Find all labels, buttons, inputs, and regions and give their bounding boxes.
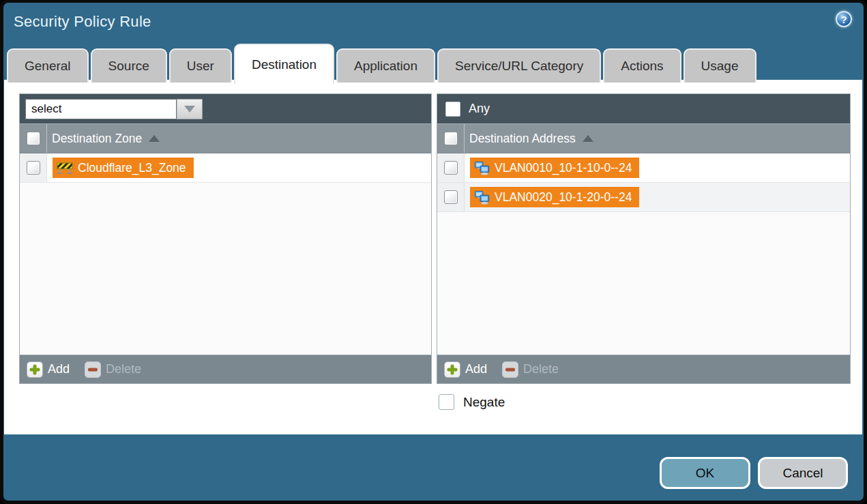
help-icon[interactable]: ?	[836, 11, 852, 27]
tab-usage[interactable]: Usage	[684, 48, 756, 83]
add-plus-icon	[27, 361, 43, 378]
tab-bar: General Source User Destination Applicat…	[7, 42, 756, 83]
address-row-checkbox[interactable]	[444, 190, 458, 204]
zone-icon	[57, 161, 73, 175]
delete-minus-icon	[502, 361, 518, 378]
address-row-checkbox[interactable]	[444, 161, 458, 175]
destination-zone-panel: select Destination Zone	[19, 93, 432, 384]
zone-type-select-arrow[interactable]	[177, 99, 203, 119]
sort-ascending-icon	[149, 135, 160, 142]
address-table-body: VLAN0010_10-1-10-0--24	[437, 153, 850, 355]
any-checkbox[interactable]	[445, 102, 460, 117]
zone-select-all-checkbox[interactable]	[27, 132, 40, 145]
zone-table-body: Cloudflare_L3_Zone	[20, 153, 431, 355]
add-plus-icon	[444, 361, 460, 378]
address-icon	[474, 190, 490, 205]
zone-item-label: Cloudflare_L3_Zone	[78, 161, 186, 175]
tab-service-url-category[interactable]: Service/URL Category	[437, 48, 601, 83]
dialog-title: Security Policy Rule	[14, 13, 151, 31]
ok-button[interactable]: OK	[660, 457, 750, 489]
address-item[interactable]: VLAN0010_10-1-10-0--24	[470, 158, 639, 178]
address-select-all-checkbox[interactable]	[444, 132, 458, 145]
zone-toolbar: Add Delete	[20, 355, 431, 383]
address-toolbar: Add Delete	[437, 355, 850, 383]
tab-source[interactable]: Source	[91, 48, 167, 83]
address-any-bar: Any	[437, 94, 850, 123]
destination-address-panel: Any Destination Address	[437, 93, 851, 384]
address-item[interactable]: VLAN0020_10-1-20-0--24	[470, 187, 639, 207]
address-table-header: Destination Address	[437, 123, 850, 153]
sort-ascending-icon	[583, 135, 593, 142]
chevron-down-icon	[184, 106, 195, 113]
negate-checkbox[interactable]	[439, 394, 454, 410]
any-label: Any	[469, 102, 490, 116]
tab-content-destination: select Destination Zone	[4, 80, 862, 434]
address-add-button[interactable]: Add	[444, 361, 487, 378]
address-column-header[interactable]: Destination Address	[469, 132, 593, 146]
address-item-label: VLAN0020_10-1-20-0--24	[495, 190, 632, 205]
delete-minus-icon	[85, 361, 101, 378]
zone-add-button[interactable]: Add	[27, 361, 70, 378]
security-policy-rule-dialog: Security Policy Rule ? General Source Us…	[0, 0, 867, 504]
zone-column-header[interactable]: Destination Zone	[52, 132, 160, 146]
zone-type-select[interactable]: select	[25, 99, 177, 119]
tab-user[interactable]: User	[169, 48, 232, 83]
tab-actions[interactable]: Actions	[603, 48, 681, 83]
negate-control: Negate	[439, 394, 505, 410]
address-item-label: VLAN0010_10-1-10-0--24	[495, 161, 632, 175]
table-row[interactable]: Cloudflare_L3_Zone	[20, 153, 431, 183]
zone-delete-button[interactable]: Delete	[85, 361, 141, 378]
address-delete-button[interactable]: Delete	[502, 361, 559, 378]
negate-label: Negate	[463, 395, 505, 410]
zone-table-header: Destination Zone	[20, 123, 431, 153]
zone-item[interactable]: Cloudflare_L3_Zone	[53, 158, 194, 178]
zone-row-checkbox[interactable]	[27, 161, 40, 175]
tab-destination[interactable]: Destination	[234, 44, 334, 84]
tab-application[interactable]: Application	[336, 48, 435, 83]
zone-selector-bar: select	[20, 94, 431, 123]
cancel-button[interactable]: Cancel	[758, 457, 848, 489]
dialog-chrome: Security Policy Rule ? General Source Us…	[3, 3, 864, 501]
table-row[interactable]: VLAN0020_10-1-20-0--24	[437, 183, 850, 212]
address-icon	[474, 161, 490, 175]
table-row[interactable]: VLAN0010_10-1-10-0--24	[437, 153, 850, 183]
tab-general[interactable]: General	[7, 48, 89, 83]
